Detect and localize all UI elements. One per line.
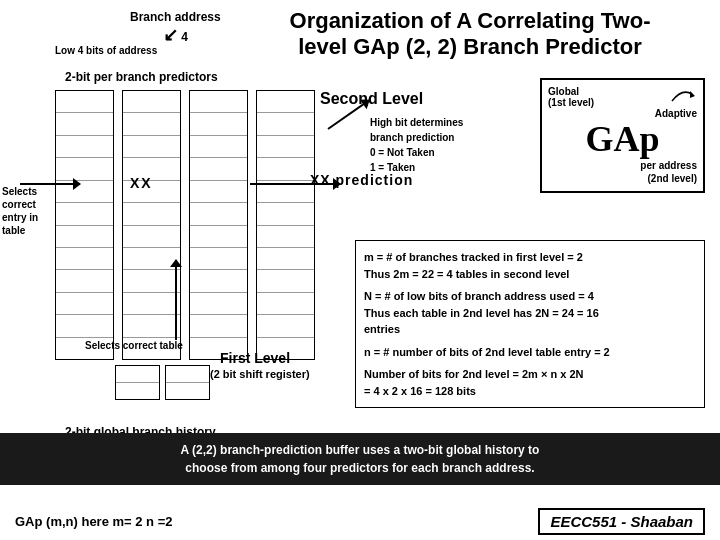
info-line-6: entries <box>364 321 696 338</box>
cell <box>257 158 314 180</box>
selects-table-label: Selects correct table <box>85 340 183 351</box>
info-line-2: Thus 2m = 22 = 4 tables in second level <box>364 266 696 283</box>
low-bits-label: Low 4 bits of address <box>55 45 157 56</box>
cell <box>116 366 159 383</box>
page-title: Organization of A Correlating Two- level… <box>230 8 710 61</box>
cell <box>257 136 314 158</box>
title-area: Organization of A Correlating Two- level… <box>230 8 710 61</box>
cell <box>190 181 247 203</box>
cell <box>56 226 113 248</box>
cell <box>190 226 247 248</box>
predictor-table-1 <box>55 90 114 360</box>
footer: GAp (m,n) here m= 2 n =2 EECC551 - Shaab… <box>0 508 720 535</box>
info-box: m = # of branches tracked in first level… <box>355 240 705 408</box>
predictors-label: 2-bit per branch predictors <box>65 70 218 84</box>
first-level-table-2 <box>165 365 210 400</box>
global-box-header: Global (1st level) Adaptive <box>548 86 697 119</box>
first-level-sublabel: (2 bit shift register) <box>210 368 310 380</box>
info-line-10: Number of bits for 2nd level = 2m × n x … <box>364 366 696 383</box>
per-address-text: per address(2nd level) <box>548 159 697 185</box>
first-level-tables <box>115 365 210 400</box>
cell <box>56 248 113 270</box>
cell <box>123 293 180 315</box>
info-line-1: m = # of branches tracked in first level… <box>364 249 696 266</box>
arrow-up <box>175 260 177 340</box>
cell <box>166 383 209 399</box>
first-level-table-1 <box>115 365 160 400</box>
branch-address-label: Branch address ↙ 4 <box>130 10 221 46</box>
cell <box>56 293 113 315</box>
predictor-table-4 <box>256 90 315 360</box>
bottom-bar-text: A (2,2) branch-prediction buffer uses a … <box>15 441 705 477</box>
cell <box>257 315 314 337</box>
cell <box>56 315 113 337</box>
cell <box>56 136 113 158</box>
cell <box>123 270 180 292</box>
adaptive-label: Adaptive <box>655 108 697 119</box>
xx-in-table: XX <box>130 175 153 191</box>
cell <box>123 91 180 113</box>
info-line-8: n = # number of bits of 2nd level table … <box>364 344 696 361</box>
info-line-4: N = # of low bits of branch address used… <box>364 288 696 305</box>
high-bit-text: High bit determines branch prediction 0 … <box>370 115 463 175</box>
cell <box>257 203 314 225</box>
cell <box>123 315 180 337</box>
cell <box>56 113 113 135</box>
cell <box>190 248 247 270</box>
cell <box>123 203 180 225</box>
cell <box>56 158 113 180</box>
cell <box>190 91 247 113</box>
info-line-11: = 4 x 2 x 16 = 128 bits <box>364 383 696 400</box>
bottom-bar: A (2,2) branch-prediction buffer uses a … <box>0 433 720 485</box>
cell <box>190 270 247 292</box>
cell <box>257 113 314 135</box>
cell <box>257 226 314 248</box>
cell <box>56 270 113 292</box>
info-line-5: Thus each table in 2nd level has 2N = 24… <box>364 305 696 322</box>
gap-text: GAp <box>548 121 697 157</box>
cell <box>166 366 209 383</box>
footer-left-text: GAp (m,n) here m= 2 n =2 <box>15 514 173 529</box>
first-level-label: First Level <box>220 350 290 366</box>
cell <box>56 91 113 113</box>
cell <box>190 136 247 158</box>
cell <box>190 113 247 135</box>
svg-marker-0 <box>690 91 695 98</box>
cell <box>257 91 314 113</box>
cell <box>190 203 247 225</box>
cell <box>123 226 180 248</box>
cell <box>123 136 180 158</box>
cell <box>257 270 314 292</box>
cell <box>56 203 113 225</box>
global-box: Global (1st level) Adaptive GAp per addr… <box>540 78 705 193</box>
predictor-table-2 <box>122 90 181 360</box>
table-grid <box>55 90 315 360</box>
cell <box>190 315 247 337</box>
main-container: Organization of A Correlating Two- level… <box>0 0 720 540</box>
global-1st-level: Global (1st level) <box>548 86 594 119</box>
predictor-table-3 <box>189 90 248 360</box>
cell <box>123 113 180 135</box>
footer-right-text: EECC551 - Shaaban <box>538 508 705 535</box>
selects-entry-label: Selects correct entry in table <box>2 185 62 237</box>
cell <box>116 383 159 399</box>
tables-area <box>55 90 315 360</box>
cell <box>257 248 314 270</box>
adaptive-arrow-icon <box>667 86 697 106</box>
cell <box>257 293 314 315</box>
cell <box>190 158 247 180</box>
cell <box>190 293 247 315</box>
